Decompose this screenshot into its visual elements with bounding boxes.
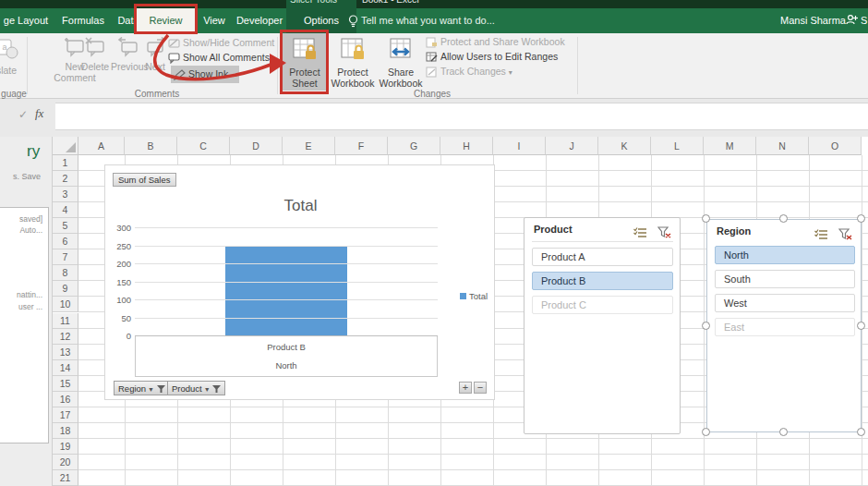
column-header-h[interactable]: H xyxy=(440,137,493,155)
row-header-17[interactable]: 17 xyxy=(53,407,78,423)
row-header-15[interactable]: 15 xyxy=(53,376,78,392)
product-axis-field-button[interactable]: Product▼ xyxy=(167,381,225,395)
row-header-3[interactable]: 3 xyxy=(53,187,78,202)
slicer-item-product-a[interactable]: Product A xyxy=(532,248,673,266)
selection-handle[interactable] xyxy=(857,322,865,330)
ribbon: a slate guage New Comment Delete Previou… xyxy=(0,33,868,99)
slicer-item-west[interactable]: West xyxy=(715,294,855,312)
row-header-13[interactable]: 13 xyxy=(53,345,78,360)
selection-handle[interactable] xyxy=(702,322,710,330)
row-header-4[interactable]: 4 xyxy=(53,202,78,218)
delete-comment-button[interactable]: Delete xyxy=(78,35,113,89)
show-all-comments-button[interactable]: Show All Comments xyxy=(168,52,270,67)
row-header-20[interactable]: 20 xyxy=(53,455,78,470)
tab-review[interactable]: Review xyxy=(137,8,195,33)
column-header-i[interactable]: I xyxy=(493,137,546,155)
share-button[interactable]: S xyxy=(846,8,868,33)
row-header-8[interactable]: 8 xyxy=(53,265,78,281)
column-header-m[interactable]: M xyxy=(704,137,756,155)
selection-handle[interactable] xyxy=(779,428,788,436)
y-axis-tick-label: 50 xyxy=(105,313,131,323)
user-account[interactable]: Mansi Sharma xyxy=(780,8,846,33)
tell-me-box[interactable]: Tell me what you want to do... xyxy=(361,8,495,33)
column-header-c[interactable]: C xyxy=(177,137,230,155)
column-header-b[interactable]: B xyxy=(125,137,177,155)
column-header-o[interactable]: O xyxy=(809,137,862,155)
tab-page-layout[interactable]: ge Layout xyxy=(0,8,52,33)
column-header-d[interactable]: D xyxy=(230,137,283,155)
row-header-18[interactable]: 18 xyxy=(53,423,78,439)
track-changes-icon xyxy=(426,67,438,79)
next-comment-button[interactable]: Next xyxy=(140,35,170,89)
chart-gridline xyxy=(135,299,438,300)
slicer-item-product-c[interactable]: Product C xyxy=(532,296,673,314)
filter-funnel-icon xyxy=(212,385,221,393)
column-header-e[interactable]: E xyxy=(283,137,335,155)
values-field-button[interactable]: Sum of Sales xyxy=(113,173,176,187)
chart-gridline xyxy=(135,282,438,283)
slicer-item-product-b[interactable]: Product B xyxy=(532,272,673,290)
row-header-16[interactable]: 16 xyxy=(53,392,78,407)
chart-bar[interactable] xyxy=(225,246,347,336)
tab-options[interactable]: Options xyxy=(288,8,355,33)
row-header-10[interactable]: 10 xyxy=(53,297,78,312)
column-header-k[interactable]: K xyxy=(598,137,651,155)
clear-filter-icon[interactable] xyxy=(657,225,671,242)
share-workbook-button[interactable]: Share Workbook xyxy=(377,35,425,89)
selection-handle[interactable] xyxy=(857,428,865,436)
allow-users-edit-ranges-button[interactable]: Allow Users to Edit Ranges xyxy=(426,51,558,66)
row-header-14[interactable]: 14 xyxy=(53,360,78,376)
column-header-g[interactable]: G xyxy=(388,137,440,155)
selection-handle[interactable] xyxy=(702,214,710,223)
slicer-item-north[interactable]: North xyxy=(715,246,855,264)
show-hide-comment-button[interactable]: Show/Hide Comment xyxy=(168,37,274,52)
protect-workbook-button[interactable]: Protect Workbook xyxy=(329,35,377,89)
region-axis-field-button[interactable]: Region▼ xyxy=(114,381,170,395)
row-header-1[interactable]: 1 xyxy=(53,155,78,171)
row-header-5[interactable]: 5 xyxy=(53,218,78,234)
chart-gridline xyxy=(135,263,438,264)
region-slicer[interactable]: Region North South West East xyxy=(706,219,862,432)
dropdown-arrow-icon: ▼ xyxy=(148,386,154,393)
multi-select-icon[interactable] xyxy=(633,225,647,242)
multi-select-icon[interactable] xyxy=(814,227,828,244)
clear-filter-icon[interactable] xyxy=(838,227,852,244)
column-header-n[interactable]: N xyxy=(756,137,809,155)
protect-sheet-button[interactable]: Protect Sheet xyxy=(283,35,327,89)
row-header-19[interactable]: 19 xyxy=(53,439,78,455)
selection-handle[interactable] xyxy=(702,428,710,436)
slicer-item-east[interactable]: East xyxy=(715,318,855,336)
selection-handle[interactable] xyxy=(857,214,865,223)
insert-function-icon[interactable]: fx xyxy=(35,106,43,121)
row-header-11[interactable]: 11 xyxy=(53,313,78,329)
tab-formulas[interactable]: Formulas xyxy=(57,8,109,33)
recovery-file-list[interactable]: saved] Auto... nattin... user ... xyxy=(0,207,49,443)
translate-button[interactable]: a slate xyxy=(0,35,26,89)
formula-input[interactable] xyxy=(55,103,868,130)
row-header-7[interactable]: 7 xyxy=(53,249,78,265)
select-all-button[interactable] xyxy=(53,137,78,155)
row-header-21[interactable]: 21 xyxy=(53,470,78,486)
track-changes-button[interactable]: Track Changes ▾ xyxy=(426,66,512,80)
expand-field-button[interactable]: + xyxy=(459,382,472,394)
row-header-6[interactable]: 6 xyxy=(53,234,78,249)
selection-handle[interactable] xyxy=(779,214,788,223)
tab-developer[interactable]: Developer xyxy=(233,8,286,33)
column-header-j[interactable]: J xyxy=(546,137,598,155)
show-ink-button[interactable]: Show Ink xyxy=(171,66,239,83)
pivot-chart[interactable]: Sum of Sales Total Product B North Total… xyxy=(104,164,495,400)
enter-icon[interactable]: ✓ xyxy=(18,108,28,121)
row-header-9[interactable]: 9 xyxy=(53,281,78,297)
row-header-12[interactable]: 12 xyxy=(53,329,78,345)
svg-text:a: a xyxy=(2,43,6,52)
slicer-item-south[interactable]: South xyxy=(715,270,855,288)
tab-view[interactable]: View xyxy=(198,8,231,33)
comment-delete-icon xyxy=(78,37,113,59)
column-header-f[interactable]: F xyxy=(335,137,388,155)
product-slicer[interactable]: Product Product A Product B Product C xyxy=(524,217,681,434)
protect-share-workbook-button[interactable]: Protect and Share Workbook xyxy=(426,36,565,51)
column-header-a[interactable]: A xyxy=(78,137,125,155)
row-header-2[interactable]: 2 xyxy=(53,171,78,187)
collapse-field-button[interactable]: − xyxy=(474,382,487,394)
column-header-l[interactable]: L xyxy=(651,137,704,155)
